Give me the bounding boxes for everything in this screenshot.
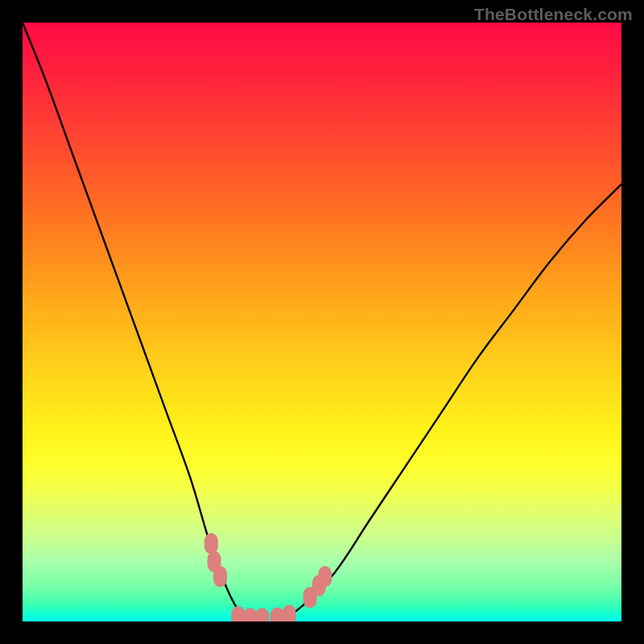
curve-marker xyxy=(231,606,245,621)
bottleneck-chart xyxy=(23,23,621,621)
curve-marker xyxy=(270,608,284,621)
curve-markers xyxy=(204,533,332,621)
curve-marker xyxy=(255,608,269,621)
curve-marker xyxy=(318,566,332,587)
curve-marker xyxy=(283,605,296,621)
curve-marker xyxy=(204,533,218,554)
chart-frame xyxy=(23,23,621,621)
curve-marker xyxy=(243,608,257,621)
curve-marker xyxy=(213,566,227,587)
bottleneck-curve-path xyxy=(23,23,621,621)
watermark-text: TheBottleneck.com xyxy=(474,5,633,24)
